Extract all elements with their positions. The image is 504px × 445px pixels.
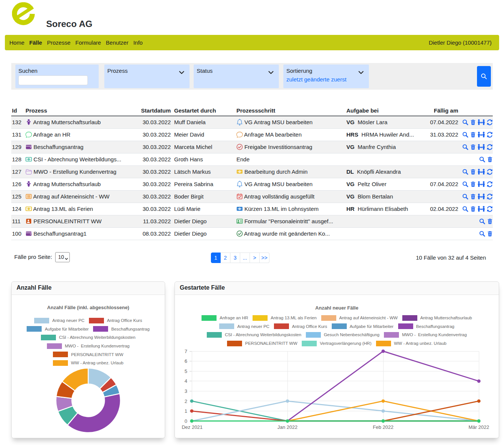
svg-text:Mär 2022: Mär 2022	[469, 424, 489, 430]
svg-text:Dez 2021: Dez 2021	[182, 424, 203, 430]
svg-text:6: 6	[185, 358, 187, 364]
svg-text:4: 4	[185, 378, 187, 384]
svg-text:3: 3	[185, 388, 187, 394]
svg-text:Jan 2022: Jan 2022	[277, 424, 298, 430]
svg-text:1: 1	[185, 408, 187, 414]
svg-text:0: 0	[185, 418, 187, 424]
svg-text:5: 5	[185, 368, 187, 374]
svg-text:2: 2	[185, 398, 187, 404]
svg-text:7: 7	[185, 349, 187, 354]
svg-text:Feb 2022: Feb 2022	[373, 424, 394, 430]
